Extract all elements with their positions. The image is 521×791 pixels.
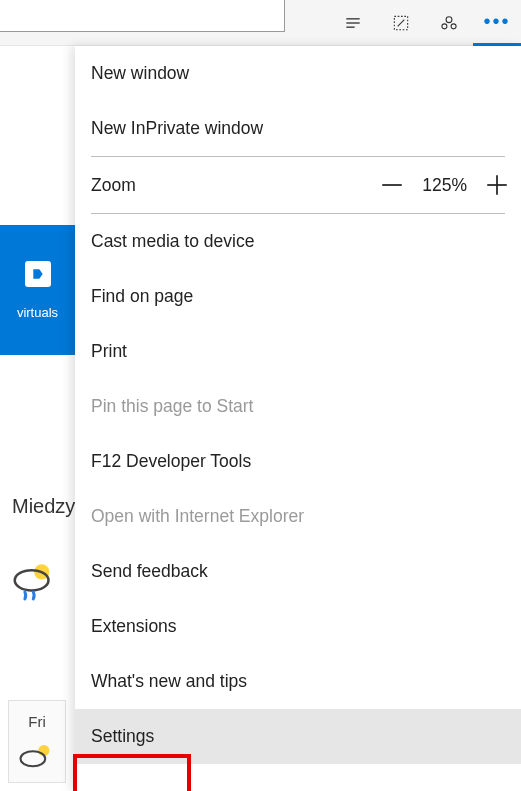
menu-extensions[interactable]: Extensions xyxy=(75,599,521,654)
zoom-in-button[interactable] xyxy=(483,171,511,199)
menu-whats-new[interactable]: What's new and tips xyxy=(75,654,521,709)
menu-devtools[interactable]: F12 Developer Tools xyxy=(75,434,521,489)
zoom-out-button[interactable] xyxy=(378,171,406,199)
tile-app-icon xyxy=(25,261,51,287)
zoom-value: 125% xyxy=(422,175,467,196)
zoom-controls: 125% xyxy=(378,171,511,199)
menu-zoom-row: Zoom 125% xyxy=(75,157,521,213)
topbar-icons: ••• xyxy=(329,0,521,46)
weather-icon-rain xyxy=(8,555,62,613)
menu-open-ie: Open with Internet Explorer xyxy=(75,489,521,544)
svg-point-5 xyxy=(442,23,447,28)
weather-icon-partly-cloudy xyxy=(15,738,59,774)
menu-new-window[interactable]: New window xyxy=(75,46,521,101)
menu-print[interactable]: Print xyxy=(75,324,521,379)
menu-settings[interactable]: Settings xyxy=(75,709,521,764)
menu-cast[interactable]: Cast media to device xyxy=(75,214,521,269)
svg-point-6 xyxy=(451,23,456,28)
ellipsis-icon: ••• xyxy=(483,10,510,33)
menu-find[interactable]: Find on page xyxy=(75,269,521,324)
reading-view-icon[interactable] xyxy=(329,0,377,46)
more-menu: New window New InPrivate window Zoom 125… xyxy=(75,46,521,791)
svg-point-10 xyxy=(21,751,46,766)
menu-feedback[interactable]: Send feedback xyxy=(75,544,521,599)
plus-icon xyxy=(484,172,510,198)
share-icon[interactable] xyxy=(425,0,473,46)
address-bar-edge[interactable] xyxy=(0,0,285,32)
menu-pin-to-start: Pin this page to Start xyxy=(75,379,521,434)
forecast-day-label: Fri xyxy=(15,713,59,730)
svg-point-8 xyxy=(15,570,49,590)
forecast-card[interactable]: Fri xyxy=(8,700,66,783)
zoom-label: Zoom xyxy=(91,175,378,196)
menu-new-inprivate[interactable]: New InPrivate window xyxy=(75,101,521,156)
more-button[interactable]: ••• xyxy=(473,0,521,46)
web-note-icon[interactable] xyxy=(377,0,425,46)
minus-icon xyxy=(379,172,405,198)
svg-point-4 xyxy=(446,16,452,22)
topbar: ••• xyxy=(0,0,521,46)
tile-label: virtuals xyxy=(17,305,58,320)
start-tile[interactable]: virtuals xyxy=(0,225,75,355)
